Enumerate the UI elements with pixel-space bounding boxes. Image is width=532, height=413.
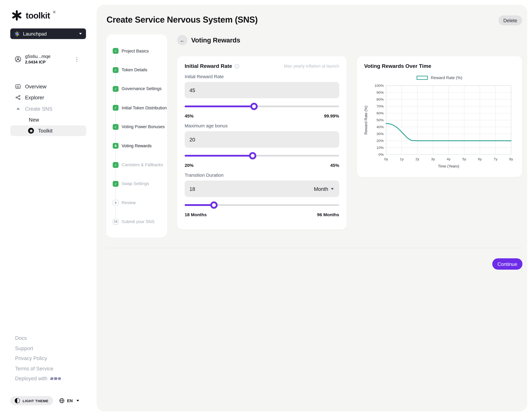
voting-rewards-form: Initial Reward Rate Max yearly inflation… xyxy=(177,56,347,230)
stepper-step-project-basics[interactable]: ✓Project Basics xyxy=(113,41,167,60)
theme-label: LIGHT THEME xyxy=(23,399,48,403)
main-panel: Create Service Nervous System (SNS) Dele… xyxy=(97,5,527,412)
chevron-down-icon xyxy=(331,188,333,190)
footer-link-support[interactable]: Support xyxy=(15,343,61,353)
initial-reward-rate-input[interactable] xyxy=(185,82,339,98)
form-hint: Max yearly inflation at launch xyxy=(284,64,339,69)
brand-logo[interactable]: toolkit ® xyxy=(11,10,56,21)
registered-mark: ® xyxy=(53,10,56,14)
svg-text:5y: 5y xyxy=(462,157,466,161)
globe-icon xyxy=(59,398,65,403)
deployed-with[interactable]: Deployed with xyxy=(15,374,61,384)
svg-text:0y: 0y xyxy=(384,157,388,161)
sidebar-item-overview[interactable]: Overview xyxy=(10,81,86,92)
sidebar-item-explorer[interactable]: Explorer xyxy=(10,92,86,103)
initial-reward-rate-slider[interactable] xyxy=(185,103,339,110)
footer-link-docs[interactable]: Docs xyxy=(15,333,61,343)
footer-link-privacy-policy[interactable]: Privacy Policy xyxy=(15,353,61,364)
svg-text:3y: 3y xyxy=(431,157,435,161)
sidebar-item-create-sns[interactable]: Create SNS xyxy=(10,103,86,114)
rewards-chart: 0y1y2y3y4y5y6y7y8y0%10%20%30%40%50%60%70… xyxy=(360,82,519,173)
svg-text:70%: 70% xyxy=(376,104,384,108)
stepper-step-governance-settings[interactable]: ✓Governance Settings xyxy=(113,79,167,98)
svg-text:50%: 50% xyxy=(376,118,384,122)
kebab-menu-button[interactable]: ⋮ xyxy=(74,57,86,62)
stepper-step-voting-rewards[interactable]: 6Voting Rewards xyxy=(113,136,167,155)
language-selector[interactable]: EN xyxy=(59,398,79,403)
sidebar-item-label: New xyxy=(29,117,39,123)
step-check-icon: ✓ xyxy=(113,86,118,92)
transition-duration-slider[interactable] xyxy=(185,202,339,209)
page-title: Create Service Nervous System (SNS) xyxy=(106,15,258,25)
slider-min-label: 45% xyxy=(185,114,194,119)
slider-max-label: 45% xyxy=(330,163,339,168)
slider-thumb[interactable] xyxy=(249,152,256,159)
legend-swatch xyxy=(417,76,428,80)
slider-fill xyxy=(185,106,254,107)
back-button[interactable]: ← xyxy=(177,35,188,45)
step-check-icon: ✓ xyxy=(113,48,118,54)
overview-icon xyxy=(15,84,21,89)
account-row[interactable]: g5s6u...mqe 2.0434 ICP ⋮ xyxy=(10,54,86,64)
toolkit-badge-icon xyxy=(28,128,34,134)
svg-text:100%: 100% xyxy=(374,84,384,87)
continue-button[interactable]: Continue xyxy=(492,258,522,270)
divider xyxy=(106,248,522,248)
stepper-step-swap-settings[interactable]: ✓Swap Settings xyxy=(113,174,167,193)
maximum-age-bonus-slider[interactable] xyxy=(185,152,339,159)
account-balance: 2.0434 ICP xyxy=(25,60,50,65)
sidebar-item-label: Toolkit xyxy=(38,128,53,134)
svg-text:Time (Years): Time (Years) xyxy=(438,164,459,168)
svg-text:60%: 60% xyxy=(376,111,384,115)
sidebar-item-toolkit[interactable]: Toolkit xyxy=(10,125,86,136)
stepper-step-review[interactable]: 9Review xyxy=(113,193,167,212)
explorer-icon xyxy=(15,95,21,100)
app: toolkit ® Launchpad g5s6u...mqe xyxy=(0,0,532,413)
svg-text:8y: 8y xyxy=(509,157,513,161)
stepper-step-canisters-fallbacks[interactable]: ✓Canisters & Fallbacks xyxy=(113,155,167,174)
deployed-with-logo-icon xyxy=(50,377,61,380)
step-check-icon: ✓ xyxy=(113,124,118,130)
step-label: Review xyxy=(122,200,136,205)
svg-text:Reward Rate (%): Reward Rate (%) xyxy=(364,106,368,134)
slider-max-label: 96 Months xyxy=(317,212,339,217)
step-label: Voting Power Bonuses xyxy=(122,125,165,129)
stepper-step-token-details[interactable]: ✓Token Details xyxy=(113,60,167,79)
svg-text:80%: 80% xyxy=(376,97,384,101)
info-icon[interactable] xyxy=(235,64,239,68)
form-title: Initial Reward Rate xyxy=(185,63,232,69)
footer-link-terms-of-service[interactable]: Terms of Service xyxy=(15,363,61,374)
sidebar-item-new[interactable]: New xyxy=(10,114,86,125)
stepper-step-submit-your-sns[interactable]: 10Submit your SNS xyxy=(113,212,167,231)
brand-name: toolkit xyxy=(26,10,50,21)
chart-title: Voting Rewards Over Time xyxy=(364,63,515,69)
maximum-age-bonus-field: Maximum age bonus 20% 45% xyxy=(185,123,339,168)
slider-min-label: 20% xyxy=(185,163,194,168)
slider-thumb[interactable] xyxy=(210,202,218,209)
launchpad-spark-icon xyxy=(14,31,20,37)
svg-text:0%: 0% xyxy=(379,153,384,156)
step-label: Swap Settings xyxy=(122,182,149,186)
avatar-icon xyxy=(15,56,21,62)
field-label: Transition Duration xyxy=(185,173,339,178)
step-check-icon: ✓ xyxy=(113,162,118,168)
stepper-step-voting-power-bonuses[interactable]: ✓Voting Power Bonuses xyxy=(113,117,167,136)
slider-min-label: 18 Months xyxy=(185,212,207,217)
unit-dropdown[interactable]: Month xyxy=(314,181,334,197)
theme-toggle[interactable]: LIGHT THEME xyxy=(10,396,53,405)
stepper-step-initial-token-distribution[interactable]: ✓Initial Token Distribution xyxy=(113,98,167,117)
svg-text:20%: 20% xyxy=(376,139,384,143)
launchpad-button[interactable]: Launchpad xyxy=(10,29,86,39)
slider-thumb[interactable] xyxy=(251,103,258,110)
transition-duration-field: Transition Duration Month 18 Months 96 M… xyxy=(185,173,339,217)
theme-contrast-icon xyxy=(15,398,20,403)
maximum-age-bonus-input[interactable] xyxy=(185,131,339,148)
delete-button[interactable]: Delete xyxy=(498,15,522,25)
unit-label: Month xyxy=(314,186,328,192)
step-check-icon: ✓ xyxy=(113,67,118,73)
step-label: Voting Rewards xyxy=(122,143,152,148)
sidebar-item-label: Overview xyxy=(25,84,47,89)
step-label: Initial Token Distribution xyxy=(122,106,167,110)
form-header: Initial Reward Rate Max yearly inflation… xyxy=(185,63,339,69)
svg-text:2y: 2y xyxy=(416,157,419,161)
